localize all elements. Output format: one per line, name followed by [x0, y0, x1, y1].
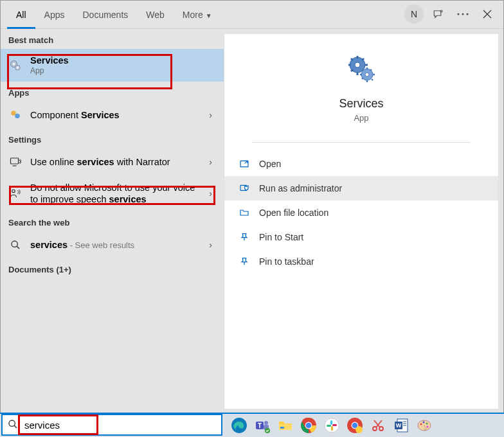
svg-rect-34 — [280, 427, 284, 429]
shield-icon — [239, 183, 250, 194]
pin-icon — [239, 231, 250, 243]
svg-point-15 — [12, 241, 17, 247]
services-large-icon — [346, 53, 377, 84]
svg-point-32 — [265, 428, 270, 433]
section-documents: Documents (1+) — [1, 258, 224, 278]
action-run-as-administrator[interactable]: Run as administrator — [224, 176, 498, 201]
tab-all[interactable]: All — [7, 1, 35, 29]
svg-point-58 — [420, 424, 422, 425]
svg-point-18 — [355, 62, 360, 67]
svg-point-0 — [440, 10, 442, 12]
search-icon — [8, 419, 19, 431]
monitor-icon — [8, 155, 22, 169]
tab-web[interactable]: Web — [137, 1, 174, 29]
svg-point-7 — [13, 62, 15, 64]
open-icon — [239, 158, 250, 170]
snip-icon[interactable] — [368, 415, 388, 436]
edge-icon[interactable] — [229, 415, 249, 436]
tab-more[interactable]: More▼ — [174, 1, 221, 29]
services-icon — [8, 58, 22, 73]
user-avatar[interactable]: N — [404, 4, 424, 24]
paint-icon[interactable] — [414, 415, 435, 436]
chevron-right-icon: › — [205, 240, 216, 250]
svg-point-30 — [264, 421, 268, 425]
chevron-down-icon: ▼ — [206, 12, 212, 19]
results-list: Best match Services App Apps Component S… — [1, 29, 224, 414]
taskbar-search[interactable] — [1, 414, 222, 436]
header-actions: N — [404, 4, 497, 24]
section-best-match: Best match — [1, 29, 224, 49]
chevron-right-icon: › — [205, 188, 216, 199]
chevron-right-icon: › — [205, 110, 216, 120]
component-services-icon — [8, 108, 22, 122]
svg-line-26 — [14, 425, 17, 428]
svg-text:T: T — [258, 422, 262, 429]
chrome-icon[interactable] — [298, 415, 319, 436]
svg-point-37 — [306, 423, 312, 429]
result-speech-services[interactable]: Do not allow Microsoft to use your voice… — [1, 175, 224, 211]
chevron-right-icon: › — [205, 157, 216, 167]
feedback-icon[interactable] — [429, 4, 448, 24]
svg-rect-12 — [11, 158, 19, 164]
svg-line-16 — [17, 246, 19, 249]
windows-search-panel: All Apps Documents Web More▼ N Best matc… — [0, 0, 504, 415]
action-open[interactable]: Open — [224, 152, 498, 176]
taskbar: T W — [0, 413, 504, 437]
action-open-file-location[interactable]: Open file location — [224, 201, 498, 225]
action-pin-to-taskbar[interactable]: Pin to taskbar — [224, 249, 498, 274]
tab-apps[interactable]: Apps — [35, 1, 74, 29]
svg-point-9 — [17, 67, 19, 69]
svg-point-60 — [426, 423, 428, 425]
svg-point-46 — [356, 426, 363, 433]
result-component-services[interactable]: Component Services › — [1, 102, 224, 129]
svg-point-11 — [15, 114, 20, 119]
action-pin-to-start[interactable]: Pin to Start — [224, 225, 498, 249]
svg-rect-42 — [332, 424, 337, 426]
word-icon[interactable]: W — [391, 415, 411, 436]
section-settings: Settings — [1, 129, 224, 148]
tab-documents[interactable]: Documents — [73, 1, 137, 29]
search-icon — [8, 238, 22, 252]
preview-subtitle: App — [354, 113, 368, 123]
svg-rect-40 — [327, 425, 331, 427]
svg-rect-41 — [331, 426, 333, 431]
svg-point-1 — [457, 13, 459, 15]
section-apps: Apps — [1, 82, 224, 102]
svg-point-2 — [462, 13, 464, 15]
svg-point-25 — [9, 420, 15, 426]
slack-icon[interactable] — [321, 415, 342, 436]
preview-pane: Services App Open Run as administrator — [224, 34, 498, 409]
teams-icon[interactable]: T — [252, 415, 273, 436]
svg-point-61 — [427, 426, 429, 428]
preview-title: Services — [339, 97, 383, 111]
chrome-canary-icon[interactable] — [345, 415, 365, 436]
result-narrator-services[interactable]: Use online services with Narrator › — [1, 148, 224, 175]
folder-icon — [239, 207, 250, 219]
result-best-match[interactable]: Services App — [1, 49, 224, 82]
close-icon[interactable] — [478, 4, 497, 24]
svg-point-10 — [11, 111, 16, 116]
svg-point-3 — [466, 13, 468, 15]
taskbar-apps: T W — [224, 415, 435, 436]
person-speech-icon — [8, 186, 22, 201]
pin-icon — [239, 256, 250, 267]
svg-point-59 — [423, 422, 425, 424]
more-options-icon[interactable] — [453, 4, 473, 24]
result-web-services[interactable]: services - See web results › — [1, 231, 224, 258]
svg-text:W: W — [396, 422, 402, 429]
svg-point-14 — [12, 190, 15, 193]
file-explorer-icon[interactable] — [275, 415, 296, 436]
search-input[interactable] — [24, 420, 221, 431]
svg-rect-39 — [330, 420, 332, 425]
section-search-web: Search the web — [1, 211, 224, 231]
svg-point-20 — [365, 73, 369, 76]
